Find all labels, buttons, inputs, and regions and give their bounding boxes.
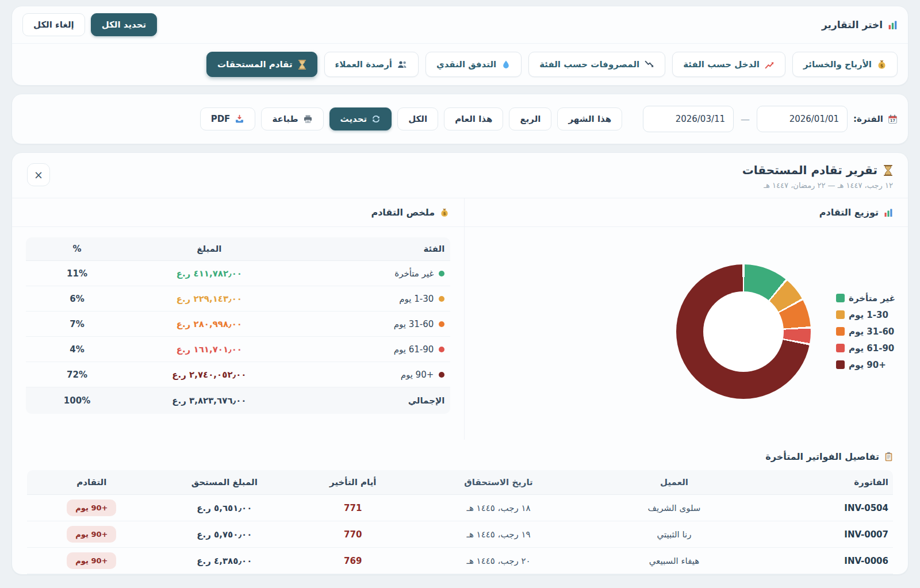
invoices-col-days-late: أيام التأخير [297, 477, 409, 487]
aging-report-card: تقرير تقادم المستحقات ١٢ رجب، ١٤٤٧ هـ — … [12, 152, 908, 575]
legend-label: 1-30 يوم [849, 310, 888, 320]
legend-item[interactable]: 1-30 يوم [836, 310, 895, 320]
period-label: 17 الفترة: [853, 114, 898, 124]
invoices-header-row: الفاتورة العميل تاريخ الاستحقاق أيام الت… [27, 470, 893, 495]
legend-label: +90 يوم [849, 360, 886, 370]
svg-text:$: $ [443, 210, 446, 216]
tab-label: التدفق النقدي [436, 59, 496, 70]
category-label: غير متأخرة [394, 268, 434, 279]
close-report-button[interactable]: × [27, 163, 50, 186]
percent-cell: 11% [32, 268, 122, 279]
invoices-col-due-date: تاريخ الاستحقاق [409, 477, 589, 487]
due-date: ١٨ رجب، ١٤٤٥ هـ [409, 503, 589, 513]
tab-customer-balances[interactable]: أرصدة العملاء [324, 52, 419, 77]
dashboard-page: اختر التقارير تحديد الكل إلغاء الكل $ ال… [0, 0, 920, 575]
date-from-input[interactable] [757, 106, 848, 132]
percent-cell: 6% [32, 294, 122, 304]
tab-label: الدخل حسب الفئة [683, 59, 760, 70]
summary-row: 1-30 يوم ٢٢٩,١٤٣٫٠٠ ر.ع 6% [26, 286, 450, 312]
refresh-icon [371, 114, 381, 124]
tab-income-by-category[interactable]: الدخل حسب الفئة [672, 52, 785, 77]
refresh-button[interactable]: تحديث [329, 107, 392, 130]
report-title-label: تقرير تقادم المستحقات [742, 163, 877, 177]
summary-total-row: الإجمالي ٣,٨٢٣,٦٧٦٫٠٠ ر.ع 100% [26, 387, 450, 414]
legend-item[interactable]: 61-90 يوم [836, 343, 895, 353]
tab-label: الأرباح والخسائر [803, 59, 872, 70]
money-bag-icon: $ [877, 60, 887, 70]
summary-header-row: الفئة المبلغ % [26, 237, 450, 261]
total-amount: ٣,٨٢٣,٦٧٦٫٠٠ ر.ع [122, 395, 296, 406]
tab-label: تقادم المستحقات [217, 59, 293, 70]
print-label: طباعة [272, 114, 298, 124]
summary-row: 61-90 يوم ١٦١,٧٠١٫٠٠ ر.ع 4% [26, 337, 450, 362]
legend-item[interactable]: 31-60 يوم [836, 326, 895, 337]
due-date: ٢٠ رجب، ١٤٤٥ هـ [409, 556, 589, 566]
report-subtitle: ١٢ رجب، ١٤٤٧ هـ — ٢٢ رمضان، ١٤٤٧ هـ [742, 181, 893, 190]
invoices-col-client: العميل [589, 477, 760, 487]
donut-legend: غير متأخرة 1-30 يوم 31-60 يوم 61-90 [836, 293, 895, 370]
aging-badge: +90 يوم [67, 552, 116, 569]
invoices-col-aging: التقادم [32, 477, 152, 487]
legend-swatch [836, 310, 845, 319]
tab-receivables-aging[interactable]: تقادم المستحقات [206, 52, 317, 77]
legend-item[interactable]: +90 يوم [836, 360, 895, 370]
people-icon [397, 60, 408, 69]
period-bar-card: 17 الفترة: — هذا الشهر الربع هذا العام ا… [12, 94, 908, 144]
legend-item[interactable]: غير متأخرة [836, 293, 895, 303]
invoices-col-invoice: الفاتورة [760, 477, 889, 487]
report-tabs: $ الأرباح والخسائر الدخل حسب الفئة المصر… [12, 44, 908, 85]
amount-due: ٥,٧٥٠٫٠٠ ر.ع [152, 529, 297, 540]
category-label: +90 يوم [401, 370, 434, 380]
tab-expenses-by-category[interactable]: المصروفات حسب الفئة [528, 52, 665, 77]
chart-up-icon [765, 60, 775, 70]
period-label-text: الفترة: [853, 114, 883, 124]
summary-title-label: ملخص التقادم [371, 207, 435, 218]
print-button[interactable]: طباعة [261, 107, 323, 130]
summary-col-category: الفئة [296, 244, 445, 254]
category-dot [439, 296, 444, 302]
preset-this-month-button[interactable]: هذا الشهر [557, 107, 622, 130]
pdf-button[interactable]: PDF [200, 107, 256, 130]
invoice-number: INV-0006 [760, 556, 889, 566]
days-late: 771 [297, 503, 409, 513]
tab-label: المصروفات حسب الفئة [539, 59, 639, 70]
percent-cell: 4% [32, 344, 122, 355]
aging-summary-table: الفئة المبلغ % غير متأخرة ٤١١,٧٨٢٫٠٠ ر.ع… [26, 237, 450, 414]
percent-cell: 72% [32, 370, 122, 380]
preset-this-year-button[interactable]: هذا العام [444, 107, 503, 130]
pdf-label: PDF [211, 114, 231, 124]
percent-cell: 7% [32, 319, 122, 329]
category-label: 31-60 يوم [394, 319, 434, 329]
report-title: تقرير تقادم المستحقات [742, 163, 893, 177]
legend-swatch [836, 294, 845, 302]
tab-cash-flow[interactable]: التدفق النقدي [425, 52, 522, 77]
legend-swatch [836, 360, 845, 369]
summary-col-amount: المبلغ [122, 244, 296, 254]
aging-summary-section: $ ملخص التقادم الفئة المبلغ % غير متأخرة… [12, 198, 465, 440]
tab-profit-loss[interactable]: $ الأرباح والخسائر [792, 52, 898, 77]
invoice-number: INV-0007 [760, 529, 889, 540]
legend-label: 31-60 يوم [849, 326, 894, 337]
category-label: 1-30 يوم [399, 294, 434, 304]
days-late: 769 [297, 556, 409, 566]
days-late: 770 [297, 529, 409, 540]
svg-text:17: 17 [890, 118, 895, 123]
date-to-input[interactable] [643, 106, 734, 132]
overdue-invoices-table: الفاتورة العميل تاريخ الاستحقاق أيام الت… [27, 470, 893, 574]
refresh-label: تحديث [340, 114, 367, 124]
invoice-row: INV-0504 سلوى الشريف ١٨ رجب، ١٤٤٥ هـ 771… [27, 495, 893, 521]
invoices-col-amount-due: المبلغ المستحق [152, 477, 297, 487]
preset-quarter-button[interactable]: الربع [509, 107, 551, 130]
legend-swatch [836, 344, 845, 352]
money-bag-icon: $ [440, 208, 449, 217]
preset-all-button[interactable]: الكل [397, 107, 438, 130]
select-all-button[interactable]: تحديد الكل [91, 13, 158, 36]
summary-col-percent: % [32, 244, 122, 254]
amount-cell: ٤١١,٧٨٢٫٠٠ ر.ع [122, 268, 296, 279]
printer-icon [303, 114, 313, 124]
svg-text:$: $ [880, 63, 884, 68]
clear-all-button[interactable]: إلغاء الكل [22, 13, 85, 36]
distribution-section-title: توزيع التقادم [465, 198, 908, 227]
droplet-icon [501, 60, 511, 69]
summary-row: 31-60 يوم ٢٨٠,٩٩٨٫٠٠ ر.ع 7% [26, 312, 450, 337]
